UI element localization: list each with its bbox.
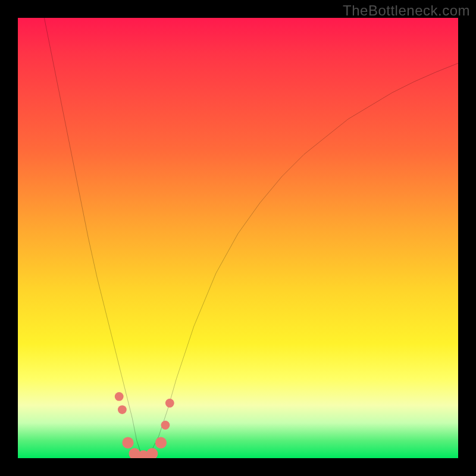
chart-frame: TheBottleneck.com (0, 0, 476, 476)
plot-area (18, 18, 458, 458)
bottleneck-curve (44, 18, 458, 458)
data-marker (165, 399, 174, 408)
data-marker (115, 392, 124, 401)
curve-svg (18, 18, 458, 458)
data-marker (161, 421, 170, 430)
data-marker (122, 437, 133, 448)
data-marker (155, 437, 167, 448)
data-marker (146, 448, 158, 458)
watermark-text: TheBottleneck.com (343, 2, 470, 19)
marker-group (115, 392, 174, 458)
data-marker (118, 405, 127, 414)
